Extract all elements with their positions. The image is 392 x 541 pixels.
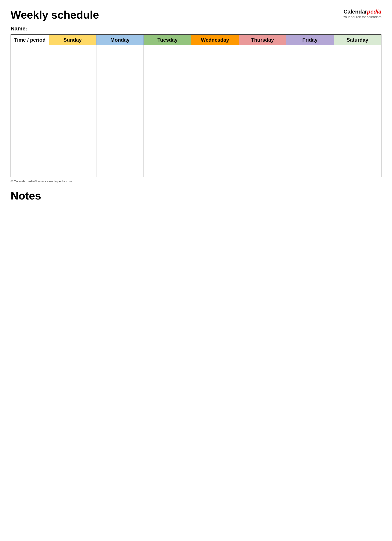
schedule-cell[interactable] [191, 100, 239, 111]
schedule-cell[interactable] [49, 144, 96, 155]
time-cell[interactable] [11, 133, 49, 144]
schedule-cell[interactable] [334, 133, 381, 144]
table-row[interactable] [11, 45, 381, 56]
table-row[interactable] [11, 111, 381, 122]
schedule-cell[interactable] [334, 56, 381, 67]
schedule-cell[interactable] [239, 111, 286, 122]
time-cell[interactable] [11, 78, 49, 89]
time-cell[interactable] [11, 89, 49, 100]
schedule-cell[interactable] [191, 67, 239, 78]
schedule-cell[interactable] [334, 144, 381, 155]
schedule-cell[interactable] [191, 111, 239, 122]
table-row[interactable] [11, 100, 381, 111]
schedule-cell[interactable] [286, 133, 334, 144]
table-row[interactable] [11, 89, 381, 100]
schedule-cell[interactable] [334, 89, 381, 100]
schedule-cell[interactable] [239, 122, 286, 133]
time-cell[interactable] [11, 111, 49, 122]
schedule-cell[interactable] [96, 155, 144, 166]
schedule-cell[interactable] [144, 111, 191, 122]
schedule-cell[interactable] [96, 100, 144, 111]
schedule-cell[interactable] [239, 144, 286, 155]
schedule-cell[interactable] [144, 67, 191, 78]
time-cell[interactable] [11, 166, 49, 177]
schedule-cell[interactable] [191, 45, 239, 56]
schedule-cell[interactable] [144, 144, 191, 155]
schedule-cell[interactable] [191, 155, 239, 166]
schedule-cell[interactable] [96, 111, 144, 122]
schedule-cell[interactable] [144, 122, 191, 133]
schedule-cell[interactable] [286, 100, 334, 111]
schedule-cell[interactable] [191, 78, 239, 89]
schedule-cell[interactable] [144, 89, 191, 100]
schedule-cell[interactable] [239, 78, 286, 89]
schedule-cell[interactable] [239, 166, 286, 177]
time-cell[interactable] [11, 122, 49, 133]
schedule-cell[interactable] [96, 45, 144, 56]
schedule-cell[interactable] [96, 89, 144, 100]
schedule-cell[interactable] [144, 166, 191, 177]
schedule-cell[interactable] [286, 56, 334, 67]
time-cell[interactable] [11, 100, 49, 111]
table-row[interactable] [11, 133, 381, 144]
schedule-cell[interactable] [334, 122, 381, 133]
schedule-cell[interactable] [96, 122, 144, 133]
table-row[interactable] [11, 67, 381, 78]
schedule-cell[interactable] [49, 89, 96, 100]
table-row[interactable] [11, 122, 381, 133]
schedule-cell[interactable] [49, 78, 96, 89]
schedule-cell[interactable] [239, 45, 286, 56]
schedule-cell[interactable] [96, 56, 144, 67]
schedule-cell[interactable] [96, 67, 144, 78]
schedule-cell[interactable] [191, 122, 239, 133]
schedule-cell[interactable] [286, 78, 334, 89]
schedule-cell[interactable] [286, 122, 334, 133]
schedule-cell[interactable] [239, 155, 286, 166]
schedule-cell[interactable] [191, 89, 239, 100]
schedule-cell[interactable] [286, 45, 334, 56]
table-row[interactable] [11, 144, 381, 155]
schedule-cell[interactable] [49, 67, 96, 78]
schedule-cell[interactable] [334, 100, 381, 111]
schedule-cell[interactable] [286, 166, 334, 177]
table-row[interactable] [11, 56, 381, 67]
time-cell[interactable] [11, 144, 49, 155]
schedule-cell[interactable] [239, 67, 286, 78]
schedule-cell[interactable] [239, 56, 286, 67]
schedule-cell[interactable] [334, 155, 381, 166]
schedule-cell[interactable] [239, 100, 286, 111]
schedule-cell[interactable] [334, 111, 381, 122]
schedule-cell[interactable] [49, 133, 96, 144]
time-cell[interactable] [11, 56, 49, 67]
time-cell[interactable] [11, 45, 49, 56]
schedule-cell[interactable] [334, 67, 381, 78]
table-row[interactable] [11, 166, 381, 177]
time-cell[interactable] [11, 155, 49, 166]
schedule-cell[interactable] [49, 155, 96, 166]
table-row[interactable] [11, 78, 381, 89]
schedule-cell[interactable] [96, 78, 144, 89]
schedule-cell[interactable] [286, 111, 334, 122]
schedule-cell[interactable] [96, 166, 144, 177]
schedule-cell[interactable] [96, 144, 144, 155]
schedule-cell[interactable] [49, 45, 96, 56]
schedule-cell[interactable] [334, 78, 381, 89]
schedule-cell[interactable] [191, 144, 239, 155]
schedule-cell[interactable] [239, 133, 286, 144]
schedule-cell[interactable] [286, 67, 334, 78]
schedule-cell[interactable] [49, 56, 96, 67]
schedule-cell[interactable] [144, 78, 191, 89]
schedule-cell[interactable] [286, 155, 334, 166]
schedule-cell[interactable] [334, 166, 381, 177]
schedule-cell[interactable] [144, 56, 191, 67]
schedule-cell[interactable] [286, 89, 334, 100]
schedule-cell[interactable] [144, 100, 191, 111]
schedule-cell[interactable] [191, 133, 239, 144]
schedule-cell[interactable] [191, 166, 239, 177]
time-cell[interactable] [11, 67, 49, 78]
schedule-cell[interactable] [49, 122, 96, 133]
schedule-cell[interactable] [49, 100, 96, 111]
schedule-cell[interactable] [49, 111, 96, 122]
schedule-cell[interactable] [144, 155, 191, 166]
schedule-cell[interactable] [144, 133, 191, 144]
